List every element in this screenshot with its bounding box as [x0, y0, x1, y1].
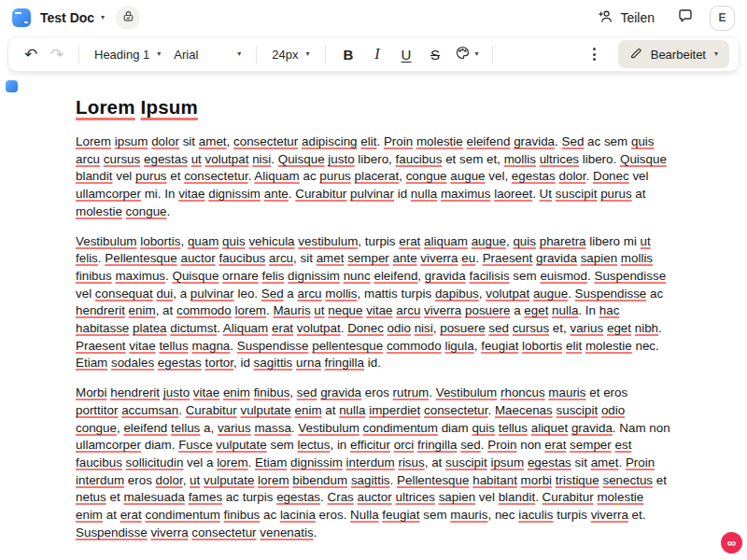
chevron-down-icon: ▾ [714, 50, 718, 58]
toolbar-divider [492, 46, 493, 63]
chevron-down-icon: ▾ [237, 50, 241, 58]
font-size-value: 24px [272, 48, 298, 62]
person-plus-icon [598, 8, 613, 28]
toolbar-divider [256, 46, 257, 63]
editing-mode-label: Bearbeitet [651, 48, 706, 62]
document-editor-window: Test Doc ▾ Teilen [0, 0, 747, 560]
document-paragraph[interactable]: Vestibulum lobortis, quam quis vehicula … [76, 233, 671, 373]
document-paragraph[interactable]: Morbi hendrerit justo vitae enim finibus… [76, 385, 671, 541]
user-avatar[interactable]: E [710, 6, 735, 31]
text-color-button[interactable]: ▾ [450, 45, 484, 64]
toolbar-divider [78, 46, 79, 63]
bold-button[interactable]: B [336, 41, 361, 67]
support-widget-button[interactable]: ∞ [721, 532, 742, 553]
font-size-select[interactable]: 24px ▾ [265, 41, 316, 67]
document-title[interactable]: Test Doc [40, 10, 94, 25]
palette-icon [455, 45, 471, 64]
header-bar: Test Doc ▾ Teilen [0, 0, 747, 35]
chevron-down-icon: ▾ [157, 50, 161, 58]
paragraph-style-select[interactable]: Heading 1 ▾ [88, 41, 167, 67]
floating-app-icon[interactable] [6, 80, 18, 92]
chevron-down-icon: ▾ [475, 50, 479, 58]
share-button[interactable]: Teilen [598, 8, 655, 28]
font-family-select[interactable]: Arial ▾ [167, 41, 247, 67]
chevron-down-icon: ▾ [306, 50, 310, 58]
share-label: Teilen [620, 10, 655, 25]
italic-button[interactable]: I [365, 41, 390, 67]
more-options-button[interactable] [584, 42, 605, 66]
undo-button[interactable]: ↶ [18, 41, 44, 67]
underline-button[interactable]: U [394, 41, 419, 67]
document-heading[interactable]: Lorem Ipsum [76, 96, 671, 119]
paragraph-style-value: Heading 1 [94, 48, 149, 62]
document-app-icon [12, 8, 31, 27]
toolbar-divider [325, 46, 326, 63]
document-canvas[interactable]: Lorem Ipsum Lorem ipsum dolor sit amet, … [0, 72, 747, 560]
pencil-icon [629, 47, 642, 63]
formatting-toolbar: ↶ ↷ Heading 1 ▾ Arial ▾ 24px ▾ B I U S [7, 36, 740, 72]
font-family-value: Arial [174, 48, 198, 62]
redo-button[interactable]: ↷ [44, 41, 70, 67]
editing-mode-button[interactable]: Bearbeitet ▾ [618, 40, 729, 68]
document-paragraph[interactable]: Lorem ipsum dolor sit amet, consectetur … [76, 133, 671, 221]
comments-button[interactable] [677, 7, 694, 28]
document-title-caret-icon[interactable]: ▾ [101, 14, 105, 21]
comment-bubble-icon [677, 7, 694, 28]
lock-check-icon [122, 9, 134, 26]
privacy-lock-badge[interactable] [116, 6, 140, 30]
strikethrough-button[interactable]: S [423, 41, 448, 67]
